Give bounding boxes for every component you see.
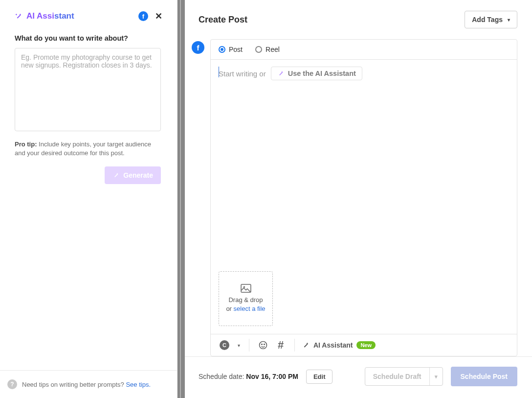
- composer-panel: Create Post Add Tags ▾ f Post Reel: [185, 0, 532, 398]
- dropzone-text: Drag & drop or select a file: [226, 296, 265, 313]
- toolbar-separator: [249, 339, 249, 351]
- text-cursor: [219, 67, 219, 77]
- caret-down-icon[interactable]: ▾: [429, 368, 443, 385]
- post-type-post-label: Post: [229, 46, 243, 53]
- post-type-reel[interactable]: Reel: [255, 46, 280, 53]
- prompt-question: What do you want to write about?: [15, 34, 162, 42]
- emoji-icon[interactable]: [256, 338, 270, 352]
- radio-icon: [219, 46, 225, 53]
- media-dropzone[interactable]: Drag & drop or select a file: [219, 271, 273, 326]
- ai-assistant-panel: AI Assistant f ✕ What do you want to wri…: [0, 0, 177, 398]
- ai-panel-title: AI Assistant: [26, 11, 134, 21]
- select-file-link[interactable]: select a file: [234, 305, 266, 312]
- use-ai-assistant-button[interactable]: Use the AI Assistant: [271, 67, 362, 80]
- ai-panel-footer: ? Need tips on writing better prompts? S…: [0, 370, 177, 398]
- image-icon: [241, 284, 251, 293]
- wand-icon: [15, 12, 22, 20]
- compose-toolbar: C ▾ # AI Assistant New: [211, 334, 517, 356]
- canva-dropdown-icon[interactable]: ▾: [235, 338, 242, 352]
- schedule-draft-button[interactable]: Schedule Draft ▾: [365, 367, 443, 386]
- generate-button[interactable]: Generate: [105, 166, 161, 184]
- facebook-channel-icon[interactable]: f: [192, 41, 204, 54]
- post-type-post[interactable]: Post: [219, 46, 243, 53]
- radio-icon: [255, 46, 262, 53]
- see-tips-link[interactable]: See tips.: [126, 381, 151, 388]
- schedule-post-button[interactable]: Schedule Post: [451, 367, 517, 386]
- canva-icon[interactable]: C: [218, 338, 231, 352]
- panel-divider[interactable]: [177, 0, 185, 398]
- composer-footer: Schedule date: Nov 16, 7:00 PM Edit Sche…: [185, 356, 532, 398]
- post-body-area[interactable]: Start writing or Use the AI Assistant: [211, 60, 517, 334]
- hashtag-icon[interactable]: #: [274, 338, 288, 352]
- generate-button-label: Generate: [123, 171, 153, 179]
- svg-point-3: [262, 344, 263, 345]
- toolbar-separator: [294, 339, 295, 351]
- page-title: Create Post: [199, 15, 465, 25]
- toolbar-ai-assistant[interactable]: AI Assistant New: [302, 341, 376, 349]
- pro-tip-text: Pro tip: Include key points, your target…: [15, 140, 161, 158]
- post-type-reel-label: Reel: [266, 46, 280, 53]
- help-icon[interactable]: ?: [7, 379, 17, 389]
- toolbar-ai-label: AI Assistant: [313, 341, 353, 349]
- schedule-date-label: Schedule date: Nov 16, 7:00 PM: [199, 373, 298, 380]
- schedule-draft-label: Schedule Draft: [365, 368, 429, 385]
- use-ai-assistant-label: Use the AI Assistant: [288, 70, 356, 77]
- add-tags-button[interactable]: Add Tags ▾: [465, 11, 517, 28]
- prompt-textarea[interactable]: [15, 48, 161, 131]
- edit-schedule-button[interactable]: Edit: [306, 370, 333, 384]
- close-icon[interactable]: ✕: [155, 11, 162, 22]
- svg-point-2: [260, 342, 267, 349]
- footer-hint-text: Need tips on writing better prompts? See…: [22, 381, 151, 388]
- add-tags-label: Add Tags: [472, 16, 503, 23]
- svg-point-4: [264, 344, 265, 345]
- wand-icon: [277, 70, 284, 77]
- compose-card: Post Reel Start writing or: [210, 39, 517, 356]
- ai-panel-header: AI Assistant f ✕: [15, 11, 162, 22]
- caret-down-icon: ▾: [508, 17, 510, 23]
- wand-icon: [112, 172, 119, 179]
- body-placeholder-text: Start writing or: [219, 70, 266, 78]
- facebook-icon: f: [138, 11, 148, 21]
- wand-icon: [302, 341, 310, 349]
- new-badge: New: [356, 341, 376, 349]
